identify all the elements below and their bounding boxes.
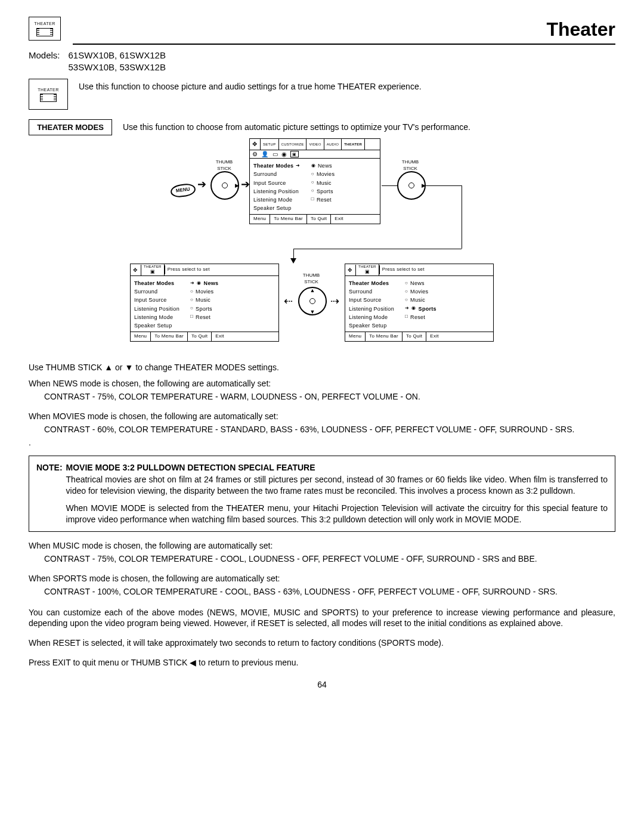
press-select-label: Press select to set (379, 265, 427, 274)
footer-exit: Exit (331, 215, 347, 224)
radio-on-icon: ◉ (197, 280, 201, 287)
radio-off-icon: ○ (311, 171, 314, 178)
menu-listening-mode: Listening Mode (134, 314, 179, 321)
menu-surround: Surround (253, 171, 301, 178)
menu-listening-position: Listening Position (253, 188, 301, 195)
thumb-stick[interactable]: ▶ (397, 171, 426, 200)
osd-tabbar: ✥ SETUP CUSTOMIZE VIDEO AUDIO THEATER (250, 139, 380, 150)
menu-speaker-setup: Speaker Setup (349, 322, 394, 329)
music-mode-head: When MUSIC mode is chosen, the following… (29, 540, 615, 552)
osd-menu-col: Theater Modes➜ Surround Input Source Lis… (253, 162, 301, 212)
radio-off-icon: ○ (190, 305, 193, 312)
radio-off-icon: ○ (311, 188, 314, 194)
thumb-label: THUMB STICK (209, 159, 239, 172)
menu-listening-mode: Listening Mode (349, 314, 394, 321)
footer-to-menu-bar: To Menu Bar (270, 215, 307, 224)
theater-icon-label: THEATER (38, 87, 59, 92)
theater-icon: THEATER (29, 17, 61, 41)
customize-paragraph: You can customize each of the above mode… (29, 607, 615, 630)
page-number: 64 (29, 679, 615, 690)
tab-theater: THEATER (342, 139, 365, 150)
tab-customize: CUSTOMIZE (279, 139, 307, 150)
tab-setup: SETUP (261, 139, 279, 150)
page-title: Theater (73, 17, 615, 45)
movies-mode-body: CONTRAST - 60%, COLOR TEMPERATURE - STAN… (29, 424, 615, 435)
crosshair-icon: ✥ (345, 265, 356, 275)
opt-music: Music (410, 296, 425, 304)
radio-off-icon: ○ (190, 297, 193, 304)
opt-reset: Reset (317, 196, 332, 203)
reset-paragraph: When RESET is selected, it will take app… (29, 637, 615, 649)
arrow-down-icon (290, 258, 296, 264)
footer-to-menu-bar: To Menu Bar (366, 332, 402, 341)
note-box: NOTE: MOVIE MODE 3:2 PULLDOWN DETECTION … (29, 456, 615, 532)
osd-mini-header: ✥ THEATER▣ Press select to set (131, 264, 278, 276)
footer-menu: Menu (131, 332, 151, 341)
sports-mode-head: When SPORTS mode is chosen, the followin… (29, 573, 615, 584)
thumb-label: THUMB STICK (395, 159, 425, 172)
theater-icon: THEATER (33, 84, 64, 106)
osd-panel-news: ✥ THEATER▣ Press select to set Theater M… (130, 264, 279, 342)
exit-instruction: Press EXIT to quit menu or THUMB STICK ◀… (29, 657, 615, 668)
flow-line (293, 249, 462, 249)
thumb-stick[interactable]: ▲ ▼ (298, 287, 327, 315)
osd-options-col: ○News ○Movies ○Music ➜◉Sports □Reset (405, 280, 436, 329)
opt-movies: Movies (196, 288, 213, 295)
footer-to-quit: To Quit (402, 332, 426, 341)
page-header: THEATER Theater (29, 17, 615, 45)
use-thumb-instruction: Use THUMB STICK ▲ or ▼ to change THEATER… (29, 362, 615, 373)
osd-panel-top: ✥ SETUP CUSTOMIZE VIDEO AUDIO THEATER ⚙ … (249, 138, 380, 224)
radio-off-icon: ○ (405, 280, 408, 287)
opt-movies: Movies (317, 171, 335, 178)
models-row: Models: 61SWX10B, 61SWX12B 53SWX10B, 53S… (29, 49, 615, 74)
film-mini-icon: ▣ (290, 151, 298, 157)
radio-off-icon: ○ (190, 289, 193, 295)
opt-sports: Sports (317, 188, 333, 195)
intro-text: Use this function to choose picture and … (79, 79, 615, 92)
theater-modes-desc: Use this function to choose from automat… (123, 122, 470, 133)
osd-body: Theater Modes Surround Input Source List… (345, 276, 493, 332)
arrow-right-icon: ➔ (197, 177, 206, 191)
opt-music: Music (317, 179, 332, 187)
menu-input-source: Input Source (134, 296, 179, 304)
flow-line (462, 185, 462, 249)
osd-footer: Menu To Menu Bar To Quit Exit (131, 332, 278, 341)
note-label: NOTE: (36, 462, 63, 525)
arrow-left-icon: ⇠ (284, 294, 293, 308)
menu-listening-mode: Listening Mode (253, 196, 301, 203)
news-mode-head: When NEWS mode is chosen, the following … (29, 378, 615, 389)
arrow-right-icon: ➜ (190, 280, 194, 287)
thumb-stick[interactable]: ▶ (210, 171, 239, 200)
press-select-label: Press select to set (165, 265, 212, 274)
models-line2: 53SWX10B, 53SWX12B (69, 61, 166, 73)
menu-input-source: Input Source (349, 296, 394, 304)
tab-theater-mini: THEATER▣ (141, 264, 165, 275)
note-p2: When MOVIE MODE is selected from the THE… (66, 503, 608, 525)
movies-mode-head: When MOVIES mode is chosen, the followin… (29, 411, 615, 422)
opt-sports: Sports (196, 305, 212, 312)
osd-options-col: ◉News ○Movies ○Music ○Sports □Reset (311, 162, 335, 212)
menu-theater-modes: Theater Modes (134, 280, 174, 287)
opt-news: News (318, 162, 332, 169)
speaker-icon: ◉ (281, 150, 287, 159)
gear-icon: ⚙ (252, 150, 258, 159)
osd-mini-header: ✥ THEATER▣ Press select to set (345, 264, 493, 276)
person-icon: 👤 (261, 150, 268, 159)
opt-movies: Movies (410, 288, 428, 295)
arrow-right-icon: ➜ (405, 305, 409, 312)
square-icon: □ (405, 314, 408, 320)
osd-menu-col: Theater Modes Surround Input Source List… (134, 280, 179, 329)
film-strip-icon (40, 94, 57, 102)
footer-exit: Exit (212, 332, 228, 341)
theater-modes-label: THEATER MODES (29, 119, 112, 136)
intro-row: THEATER Use this function to choose pict… (29, 79, 615, 110)
osd-body: Theater Modes➜ Surround Input Source Lis… (250, 159, 380, 214)
note-p1: Theatrical movies are shot on film at 24… (66, 474, 608, 497)
radio-on-icon: ◉ (411, 305, 416, 312)
menu-button[interactable]: MENU (170, 182, 196, 198)
flow-line (426, 185, 462, 186)
footer-to-quit: To Quit (188, 332, 212, 341)
tab-video: VIDEO (306, 139, 324, 150)
models-values: 61SWX10B, 61SWX12B 53SWX10B, 53SWX12B (69, 49, 166, 74)
menu-speaker-setup: Speaker Setup (253, 205, 301, 212)
